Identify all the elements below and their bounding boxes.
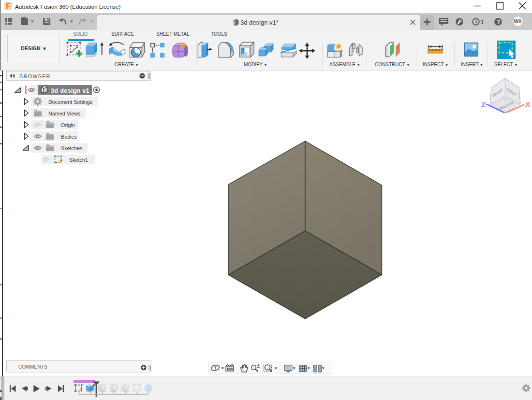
svg-text:?: ? bbox=[497, 19, 501, 26]
svg-text:F: F bbox=[6, 2, 11, 11]
svg-text:WA: WA bbox=[514, 19, 522, 24]
svg-text:X: X bbox=[525, 100, 530, 108]
svg-text:1: 1 bbox=[481, 19, 484, 26]
svg-text:Z: Z bbox=[481, 100, 486, 109]
